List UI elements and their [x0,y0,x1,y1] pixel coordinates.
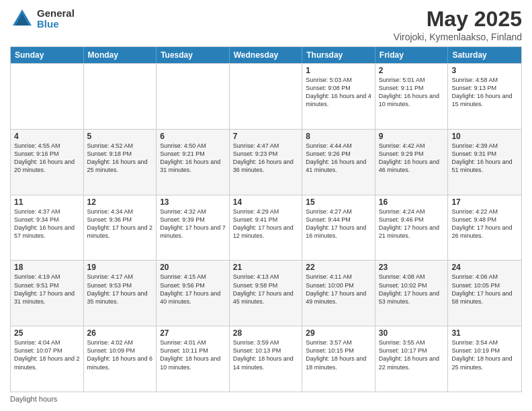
cell-info: Sunrise: 4:37 AM Sunset: 9:34 PM Dayligh… [14,208,80,240]
day-of-week-sunday: Sunday [11,47,84,63]
calendar-cell-day-1: 1Sunrise: 5:03 AM Sunset: 9:08 PM Daylig… [302,64,375,129]
cell-info: Sunrise: 3:55 AM Sunset: 10:17 PM Daylig… [379,338,445,371]
month-title: May 2025 [394,7,522,32]
calendar-cell-day-28: 28Sunrise: 3:59 AM Sunset: 10:13 PM Dayl… [230,326,303,392]
cell-info: Sunrise: 4:02 AM Sunset: 10:09 PM Daylig… [87,338,153,371]
cell-info: Sunrise: 4:32 AM Sunset: 9:39 PM Dayligh… [160,208,226,240]
calendar-cell-day-2: 2Sunrise: 5:01 AM Sunset: 9:11 PM Daylig… [375,64,449,129]
day-number: 17 [451,197,518,207]
cell-info: Sunrise: 4:29 AM Sunset: 9:41 PM Dayligh… [233,208,299,240]
calendar-cell-day-22: 22Sunrise: 4:11 AM Sunset: 10:00 PM Dayl… [302,261,375,326]
day-number: 28 [233,328,299,338]
day-number: 21 [233,263,299,272]
cell-info: Sunrise: 4:19 AM Sunset: 9:51 PM Dayligh… [14,273,80,306]
calendar-cell-day-16: 16Sunrise: 4:24 AM Sunset: 9:46 PM Dayli… [375,195,449,261]
day-number: 30 [379,328,445,338]
day-number: 18 [14,263,80,272]
cell-info: Sunrise: 3:57 AM Sunset: 10:15 PM Daylig… [306,338,371,371]
day-number: 4 [14,132,80,141]
day-number: 2 [379,66,445,75]
cell-info: Sunrise: 4:11 AM Sunset: 10:00 PM Daylig… [306,273,371,306]
day-of-week-monday: Monday [84,47,157,63]
cell-info: Sunrise: 4:22 AM Sunset: 9:48 PM Dayligh… [451,208,518,240]
calendar-cell-day-11: 11Sunrise: 4:37 AM Sunset: 9:34 PM Dayli… [11,195,84,261]
location: Virojoki, Kymenlaakso, Finland [394,32,522,42]
calendar-cell-day-17: 17Sunrise: 4:22 AM Sunset: 9:48 PM Dayli… [448,195,521,261]
day-number: 25 [14,328,80,338]
cell-info: Sunrise: 4:17 AM Sunset: 9:53 PM Dayligh… [87,273,153,306]
cell-info: Sunrise: 3:59 AM Sunset: 10:13 PM Daylig… [233,338,299,371]
calendar-cell-day-31: 31Sunrise: 3:54 AM Sunset: 10:19 PM Dayl… [448,326,521,392]
header: General Blue May 2025 Virojoki, Kymenlaa… [10,7,522,42]
day-number: 6 [160,132,226,141]
calendar-cell-day-18: 18Sunrise: 4:19 AM Sunset: 9:51 PM Dayli… [11,261,84,326]
cell-info: Sunrise: 4:55 AM Sunset: 9:16 PM Dayligh… [14,142,80,175]
calendar-row-2: 11Sunrise: 4:37 AM Sunset: 9:34 PM Dayli… [11,195,521,261]
day-number: 19 [87,263,153,272]
calendar-cell-day-14: 14Sunrise: 4:29 AM Sunset: 9:41 PM Dayli… [230,195,303,261]
logo-text: General Blue [37,8,75,30]
calendar-row-1: 4Sunrise: 4:55 AM Sunset: 9:16 PM Daylig… [11,129,521,195]
cell-info: Sunrise: 4:24 AM Sunset: 9:46 PM Dayligh… [379,208,445,240]
cell-info: Sunrise: 4:52 AM Sunset: 9:18 PM Dayligh… [87,142,153,175]
day-number: 7 [233,132,299,141]
day-number: 14 [233,197,299,207]
page: General Blue May 2025 Virojoki, Kymenlaa… [0,0,532,411]
cell-info: Sunrise: 4:50 AM Sunset: 9:21 PM Dayligh… [160,142,226,175]
day-number: 16 [379,197,445,207]
day-number: 26 [87,328,153,338]
calendar-cell-day-13: 13Sunrise: 4:32 AM Sunset: 9:39 PM Dayli… [157,195,230,261]
calendar-cell-empty-0-1 [84,64,157,129]
calendar-cell-day-19: 19Sunrise: 4:17 AM Sunset: 9:53 PM Dayli… [84,261,157,326]
calendar-cell-day-3: 3Sunrise: 4:58 AM Sunset: 9:13 PM Daylig… [448,64,521,129]
cell-info: Sunrise: 4:39 AM Sunset: 9:31 PM Dayligh… [451,142,518,175]
logo: General Blue [10,7,75,31]
cell-info: Sunrise: 4:27 AM Sunset: 9:44 PM Dayligh… [306,208,371,240]
cell-info: Sunrise: 5:03 AM Sunset: 9:08 PM Dayligh… [306,76,371,109]
calendar-cell-day-15: 15Sunrise: 4:27 AM Sunset: 9:44 PM Dayli… [302,195,375,261]
day-of-week-tuesday: Tuesday [157,47,230,63]
calendar-cell-day-20: 20Sunrise: 4:15 AM Sunset: 9:56 PM Dayli… [157,261,230,326]
calendar-cell-day-25: 25Sunrise: 4:04 AM Sunset: 10:07 PM Dayl… [11,326,84,392]
day-number: 20 [160,263,226,272]
calendar-cell-day-5: 5Sunrise: 4:52 AM Sunset: 9:18 PM Daylig… [84,130,157,195]
day-number: 13 [160,197,226,207]
cell-info: Sunrise: 4:47 AM Sunset: 9:23 PM Dayligh… [233,142,299,175]
calendar: SundayMondayTuesdayWednesdayThursdayFrid… [10,46,522,392]
cell-info: Sunrise: 4:13 AM Sunset: 9:58 PM Dayligh… [233,273,299,306]
day-of-week-friday: Friday [375,47,449,63]
logo-icon [10,7,34,31]
day-of-week-thursday: Thursday [302,47,375,63]
calendar-cell-day-26: 26Sunrise: 4:02 AM Sunset: 10:09 PM Dayl… [84,326,157,392]
day-number: 12 [87,197,153,207]
day-number: 27 [160,328,226,338]
calendar-cell-day-8: 8Sunrise: 4:44 AM Sunset: 9:26 PM Daylig… [302,130,375,195]
day-number: 3 [451,66,518,75]
calendar-row-3: 18Sunrise: 4:19 AM Sunset: 9:51 PM Dayli… [11,260,521,326]
calendar-cell-day-9: 9Sunrise: 4:42 AM Sunset: 9:29 PM Daylig… [375,130,449,195]
calendar-row-4: 25Sunrise: 4:04 AM Sunset: 10:07 PM Dayl… [11,326,521,392]
day-number: 15 [306,197,371,207]
cell-info: Sunrise: 4:04 AM Sunset: 10:07 PM Daylig… [14,338,80,371]
cell-info: Sunrise: 4:01 AM Sunset: 10:11 PM Daylig… [160,338,226,371]
cell-info: Sunrise: 4:58 AM Sunset: 9:13 PM Dayligh… [451,76,518,109]
cell-info: Sunrise: 4:06 AM Sunset: 10:05 PM Daylig… [451,273,518,306]
cell-info: Sunrise: 4:44 AM Sunset: 9:26 PM Dayligh… [306,142,371,175]
calendar-cell-day-27: 27Sunrise: 4:01 AM Sunset: 10:11 PM Dayl… [157,326,230,392]
day-number: 31 [451,328,518,338]
calendar-cell-empty-0-3 [230,64,303,129]
cell-info: Sunrise: 5:01 AM Sunset: 9:11 PM Dayligh… [379,76,445,109]
calendar-body: 1Sunrise: 5:03 AM Sunset: 9:08 PM Daylig… [11,63,521,392]
calendar-cell-day-29: 29Sunrise: 3:57 AM Sunset: 10:15 PM Dayl… [302,326,375,392]
day-number: 22 [306,263,371,272]
logo-general-text: General [37,8,75,19]
calendar-cell-day-10: 10Sunrise: 4:39 AM Sunset: 9:31 PM Dayli… [448,130,521,195]
day-number: 8 [306,132,371,141]
cell-info: Sunrise: 4:15 AM Sunset: 9:56 PM Dayligh… [160,273,226,306]
cell-info: Sunrise: 4:42 AM Sunset: 9:29 PM Dayligh… [379,142,445,175]
day-of-week-wednesday: Wednesday [230,47,303,63]
day-number: 5 [87,132,153,141]
day-number: 10 [451,132,518,141]
calendar-cell-day-4: 4Sunrise: 4:55 AM Sunset: 9:16 PM Daylig… [11,130,84,195]
cell-info: Sunrise: 4:08 AM Sunset: 10:02 PM Daylig… [379,273,445,306]
